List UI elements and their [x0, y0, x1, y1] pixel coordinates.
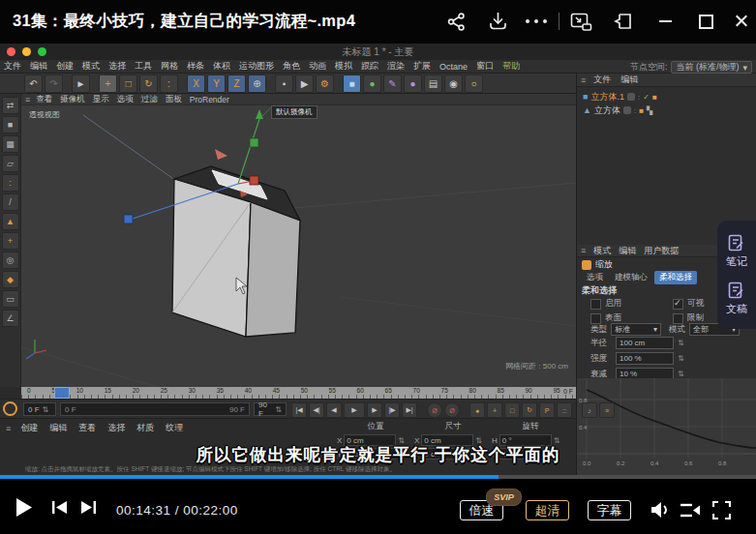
- camera-tooltip: 默认摄像机: [271, 105, 318, 119]
- object-manager-header: ≡ 文件编辑: [577, 74, 756, 87]
- dock-side-icon[interactable]: [613, 12, 634, 31]
- player-controls-bar: 00:14:31 / 00:22:00 倍速 SVIP 超清 字幕: [0, 479, 756, 534]
- tool-name: 缩放: [595, 258, 613, 271]
- note-doc-icon: [727, 281, 746, 300]
- share-icon[interactable]: [446, 12, 467, 32]
- light-icon: ○: [465, 74, 483, 93]
- texture-mode-icon: ▦: [2, 135, 19, 153]
- download-icon[interactable]: [488, 11, 508, 32]
- titlebar-divider: [559, 13, 559, 30]
- mini-player-icon[interactable]: [570, 13, 592, 31]
- stepper-icon: ⇅: [43, 405, 49, 414]
- c4d-menu-item: 选择: [108, 60, 126, 73]
- visibility-dots-icon: :: [638, 93, 640, 102]
- pen-tool-icon: ✎: [383, 74, 402, 93]
- c4d-menu-item: 创建: [56, 60, 74, 73]
- subtitle-toggle-button[interactable]: 字幕: [588, 500, 631, 520]
- viewport-menu-item: 过滤: [141, 94, 158, 105]
- viewport-menubar: ≡ 查看摄像机显示选项过滤面板ProRender: [21, 94, 576, 105]
- ruler-number: 85: [498, 387, 504, 394]
- attributes-menu-item: 用户数据: [644, 245, 679, 257]
- node-space-label: 节点空间:: [630, 61, 668, 74]
- attribute-tab: 建模轴心: [610, 271, 652, 284]
- start-frame-field: 0 F⇅: [23, 402, 56, 416]
- maximize-button[interactable]: [699, 15, 713, 29]
- next-episode-button[interactable]: [81, 501, 96, 514]
- hamburger-icon: ≡: [25, 95, 30, 104]
- fullscreen-icon[interactable]: [712, 501, 731, 519]
- minimize-button[interactable]: [659, 20, 672, 22]
- key-scale-icon: □: [504, 402, 520, 418]
- viewport-menu-item: 查看: [36, 94, 52, 105]
- ruler-number: 0: [27, 387, 31, 394]
- layer-icon: [627, 93, 635, 101]
- viewport-menu-item: 显示: [93, 94, 109, 105]
- lock-x-icon: X: [187, 74, 205, 93]
- coordinate-header: 旋转: [492, 421, 569, 432]
- record-ban-icon: Ø: [427, 402, 442, 418]
- next-frame-button: ▶: [367, 402, 382, 418]
- ruler-number: 50: [301, 387, 308, 394]
- key-rotation-icon: ↻: [522, 402, 537, 418]
- close-button[interactable]: [734, 14, 748, 28]
- c4d-menu-item: 编辑: [30, 60, 47, 73]
- undo-icon: ↶: [24, 74, 43, 93]
- checkbox-icon: [590, 313, 601, 324]
- stepper-icon: ⇅: [678, 354, 684, 363]
- note-doc-icon: [727, 233, 746, 252]
- viewport-scene: [21, 105, 576, 387]
- material-menu-item: 编辑: [49, 422, 67, 434]
- object-name: 立方体: [594, 104, 620, 117]
- video-content-c4d[interactable]: 未标题 1 * - 主要 文件编辑创建模式选择工具网格样条体积运动图形角色动画模…: [0, 44, 756, 475]
- notes-button[interactable]: 笔记: [726, 233, 747, 269]
- subtitle-overlay: 所以它做出来呢肯定就是平行 于你这个平面的: [0, 443, 756, 466]
- prev-frame-button: ◀: [326, 402, 342, 418]
- transcript-button[interactable]: 文稿: [726, 281, 747, 316]
- scale-tool-icon: □: [119, 74, 137, 93]
- ruler-number: 60: [357, 387, 364, 394]
- visibility-dots-icon: :: [634, 106, 636, 115]
- timeline-ruler: 05101520253035404550556065707580859095 0…: [21, 387, 576, 399]
- c4d-menubar: 文件编辑创建模式选择工具网格样条体积运动图形角色动画模拟跟踪渲染扩展Octane…: [0, 60, 756, 74]
- svg-text:0.4: 0.4: [579, 425, 588, 430]
- toolbar-icon: [336, 75, 341, 92]
- c4d-viewport: ≡ 查看摄像机显示选项过滤面板ProRender 透视视图: [21, 94, 576, 387]
- attribute-tab: 选项: [582, 271, 608, 284]
- next-key-button: |▶: [384, 402, 400, 418]
- ruler-number: 30: [189, 387, 196, 394]
- add-primitive-icon: ●: [363, 74, 381, 93]
- ruler-number: 10: [76, 387, 83, 394]
- object-row: ■ 立方体.1 : ✓ ■: [577, 90, 756, 104]
- edges-mode-icon: /: [2, 193, 19, 211]
- more-options-icon[interactable]: [526, 19, 547, 23]
- c4d-menu-item: 工具: [135, 60, 152, 73]
- mac-minimize-light: [22, 47, 31, 56]
- object-tag-icon: ■: [652, 93, 657, 102]
- autokey-record-icon: ●: [469, 402, 485, 418]
- transport-icon: [462, 402, 468, 416]
- side-tools-panel: 笔记 文稿: [717, 221, 756, 329]
- c4d-menu-item: 网格: [161, 60, 178, 73]
- window-titlebar: 31集：最终小技巧，建立自己的学习流程~.mp4: [0, 0, 756, 44]
- volume-icon[interactable]: [650, 501, 672, 519]
- object-tag-icon: ✓: [643, 93, 650, 102]
- coord-system-icon: ⊕: [248, 74, 266, 93]
- playlist-icon[interactable]: [680, 503, 701, 518]
- transport-icon: [574, 402, 580, 416]
- rotate-tool-icon: ↻: [139, 74, 158, 93]
- add-cube-icon: ■: [343, 74, 361, 93]
- viewport-menu-item: 面板: [166, 94, 182, 105]
- quality-button[interactable]: 超清: [526, 500, 569, 520]
- previous-episode-button[interactable]: [52, 501, 67, 514]
- attribute-number-field: 半径 100 cm ⇅: [590, 337, 684, 349]
- play-button[interactable]: [15, 498, 32, 517]
- key-pla-icon: ::: [557, 402, 572, 418]
- ruler-number: 70: [413, 387, 420, 394]
- material-menu-item: 创建: [20, 422, 38, 434]
- object-manager-menu-item: 编辑: [620, 74, 638, 86]
- toolbar-icon: [65, 75, 70, 92]
- object-type-icon: ■: [583, 92, 588, 102]
- c4d-menu-item: 文件: [4, 60, 21, 73]
- object-manager-menu-item: 文件: [593, 74, 611, 86]
- stepper-icon: ⇅: [678, 370, 684, 378]
